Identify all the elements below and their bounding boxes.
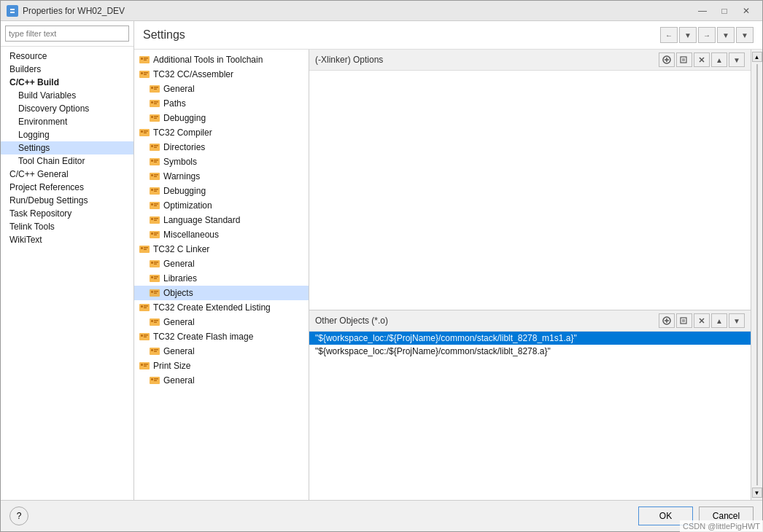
- objects-delete-button[interactable]: [694, 313, 710, 328]
- tree-item-tc32-ext-general[interactable]: General: [134, 315, 309, 329]
- svg-rect-16: [151, 101, 153, 103]
- svg-rect-13: [154, 87, 158, 88]
- tree-item-tc32-compiler[interactable]: TC32 Compiler: [134, 125, 309, 140]
- left-tree-nav: ResourceBuildersC/C++ BuildBuild Variabl…: [1, 47, 133, 500]
- svg-rect-80: [141, 335, 143, 337]
- svg-rect-90: [144, 366, 147, 367]
- tree-item-print-size[interactable]: Print Size: [134, 359, 309, 373]
- svg-rect-64: [151, 276, 153, 278]
- objects-panel-header: Other Objects (*.o): [309, 310, 751, 332]
- tree-item-tc32-comp-symbols[interactable]: Symbols: [134, 154, 309, 169]
- svg-rect-5: [144, 58, 148, 59]
- tree-item-tc32-c-linker[interactable]: TC32 C Linker: [134, 242, 309, 257]
- sidebar-item-cpp-build[interactable]: C/C++ Build: [1, 76, 133, 89]
- objects-add-button[interactable]: [659, 313, 675, 328]
- sidebar-item-cpp-general[interactable]: C/C++ General: [1, 168, 133, 181]
- svg-rect-98: [681, 57, 686, 63]
- svg-rect-0: [9, 7, 16, 15]
- objects-edit-button[interactable]: [676, 313, 692, 328]
- svg-rect-1: [10, 9, 15, 10]
- objects-down-button[interactable]: ▼: [729, 313, 745, 328]
- tool-icon: [149, 98, 160, 109]
- tree-item-tc32-cc-debugging[interactable]: Debugging: [134, 111, 309, 125]
- tree-item-tc32-create-flash-image[interactable]: TC32 Create Flash image: [134, 329, 309, 344]
- options-add-button[interactable]: [659, 52, 675, 67]
- scroll-down-button[interactable]: ▼: [752, 488, 762, 498]
- tree-item-tc32-cc-general[interactable]: General: [134, 82, 309, 96]
- svg-rect-42: [154, 191, 157, 192]
- svg-rect-58: [144, 249, 147, 251]
- minimize-button[interactable]: —: [692, 3, 713, 19]
- nav-forward-dropdown[interactable]: ▼: [717, 27, 735, 43]
- svg-rect-52: [151, 232, 153, 235]
- sidebar-item-run-debug-settings[interactable]: Run/Debug Settings: [1, 194, 133, 207]
- tree-item-tc32-comp-language-standard[interactable]: Language Standard: [134, 213, 309, 227]
- sidebar-item-build-variables[interactable]: Build Variables: [1, 89, 133, 102]
- nav-forward-button[interactable]: →: [698, 27, 716, 43]
- sidebar-item-logging[interactable]: Logging: [1, 128, 133, 141]
- tree-item-print-size-general[interactable]: General: [134, 373, 309, 388]
- nav-back-dropdown[interactable]: ▼: [679, 27, 697, 43]
- tool-icon: [139, 331, 150, 343]
- svg-rect-93: [154, 378, 158, 380]
- sidebar-item-environment[interactable]: Environment: [1, 115, 133, 128]
- svg-rect-10: [144, 74, 147, 76]
- help-button[interactable]: ?: [9, 506, 28, 525]
- sidebar-item-builders[interactable]: Builders: [1, 63, 133, 76]
- svg-rect-54: [154, 235, 157, 236]
- options-delete-button[interactable]: [694, 52, 710, 67]
- svg-rect-8: [141, 72, 143, 74]
- tree-item-tc32-comp-directories[interactable]: Directories: [134, 140, 309, 154]
- sidebar-item-wikitext[interactable]: WikiText: [1, 233, 133, 246]
- svg-rect-46: [154, 206, 157, 207]
- tool-icon: [139, 127, 150, 138]
- list-item[interactable]: "${workspace_loc:/${ProjName}/common/sta…: [309, 332, 751, 345]
- svg-rect-53: [154, 232, 158, 234]
- filter-box: [1, 21, 133, 47]
- sidebar-item-discovery-options[interactable]: Discovery Options: [1, 102, 133, 115]
- tree-item-tc32-linker-general[interactable]: General: [134, 257, 309, 271]
- svg-rect-68: [151, 291, 153, 293]
- svg-rect-88: [141, 364, 143, 366]
- options-down-button[interactable]: ▼: [729, 52, 745, 67]
- sidebar-item-telink-tools[interactable]: Telink Tools: [1, 220, 133, 233]
- svg-rect-25: [144, 130, 148, 132]
- svg-rect-74: [144, 308, 147, 309]
- nav-back-button[interactable]: ←: [660, 27, 678, 43]
- tree-item-tc32-comp-miscellaneous[interactable]: Miscellaneous: [134, 227, 309, 242]
- options-up-button[interactable]: ▲: [711, 52, 727, 67]
- maximize-button[interactable]: □: [714, 3, 735, 19]
- sidebar-item-project-references[interactable]: Project References: [1, 181, 133, 194]
- search-input[interactable]: [5, 26, 129, 42]
- svg-rect-32: [151, 160, 153, 162]
- settings-header: Settings ← ▼ → ▼ ▼: [134, 21, 762, 50]
- nav-menu-button[interactable]: ▼: [736, 27, 754, 43]
- tree-item-tc32-create-extended-listing[interactable]: TC32 Create Extended Listing: [134, 300, 309, 315]
- tree-item-tc32-comp-optimization[interactable]: Optimization: [134, 198, 309, 213]
- close-button[interactable]: ✕: [736, 3, 756, 19]
- tree-item-additional-tools[interactable]: Additional Tools in Toolchain: [134, 52, 309, 67]
- scroll-up-button[interactable]: ▲: [752, 52, 762, 62]
- objects-up-button[interactable]: ▲: [711, 313, 727, 328]
- tool-icon: [149, 200, 160, 211]
- tree-item-tc32-cc-assembler[interactable]: TC32 CC/Assembler: [134, 67, 309, 82]
- tree-item-tc32-linker-libraries[interactable]: Libraries: [134, 271, 309, 286]
- sidebar-item-resource[interactable]: Resource: [1, 50, 133, 63]
- tree-item-tc32-linker-objects[interactable]: Objects: [134, 286, 309, 300]
- tool-icon: [149, 375, 160, 386]
- options-edit-button[interactable]: [676, 52, 692, 67]
- svg-rect-24: [141, 130, 143, 133]
- footer: ? OK Cancel: [1, 500, 762, 531]
- tool-icon: [139, 54, 150, 66]
- tree-item-tc32-comp-debugging[interactable]: Debugging: [134, 184, 309, 198]
- svg-rect-62: [154, 264, 157, 265]
- tree-item-tc32-cc-paths[interactable]: Paths: [134, 96, 309, 111]
- sidebar-item-task-repository[interactable]: Task Repository: [1, 207, 133, 220]
- tree-item-tc32-comp-warnings[interactable]: Warnings: [134, 169, 309, 184]
- svg-rect-76: [151, 320, 153, 322]
- list-item[interactable]: "${workspace_loc:/${ProjName}/common/sta…: [309, 345, 751, 358]
- options-panel-content: [309, 71, 751, 310]
- sidebar-item-settings[interactable]: Settings: [1, 141, 133, 154]
- tree-item-tc32-flash-general[interactable]: General: [134, 344, 309, 359]
- sidebar-item-tool-chain-editor[interactable]: Tool Chain Editor: [1, 154, 133, 168]
